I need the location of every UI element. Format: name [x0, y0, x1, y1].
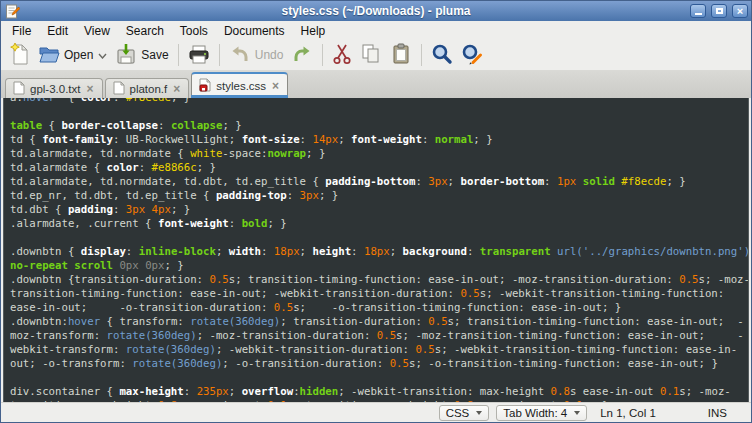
- menu-tools[interactable]: Tools: [172, 23, 216, 39]
- code-line: td.alarmdate { color: #e8866c; }: [10, 161, 748, 175]
- tab-width-value: Tab Width: 4: [503, 407, 567, 419]
- copy-icon: [360, 43, 382, 68]
- tab-label: gpl-3.0.txt: [30, 83, 81, 95]
- open-button[interactable]: Open: [34, 41, 111, 70]
- tab-platon.f[interactable]: platon.f×: [105, 78, 190, 98]
- title-bar: styles.css (~/Downloads) - pluma ×: [1, 1, 751, 21]
- code-line: td { font-family: UB-RockwellLight; font…: [10, 133, 748, 147]
- toolbar-separator: [219, 44, 220, 66]
- tab-close-icon[interactable]: ×: [86, 83, 95, 95]
- code-line: ease-in-out; -o-transition-duration: 0.5…: [10, 301, 748, 315]
- dropdown-icon[interactable]: [98, 48, 107, 62]
- tab-styles.css[interactable]: styles.css×: [191, 72, 288, 98]
- toolbar: OpenSaveUndo: [1, 40, 751, 71]
- text-editor-area[interactable]: a:hover { color: #f8ecde; } table { bord…: [3, 98, 749, 402]
- print-button[interactable]: [184, 41, 214, 70]
- menu-file[interactable]: File: [4, 23, 39, 39]
- menu-help[interactable]: Help: [293, 23, 334, 39]
- code-line: .downbtn:hover { transform: rotate(360de…: [10, 315, 748, 329]
- cursor-position: Ln 1, Col 1: [600, 407, 656, 419]
- code-line: .downbtn { display: inline-block; width:…: [10, 245, 748, 259]
- menu-edit[interactable]: Edit: [39, 23, 76, 39]
- menu-search[interactable]: Search: [118, 23, 172, 39]
- code-line: webkit-transform: rotate(360deg); -webki…: [10, 343, 748, 357]
- paste-icon: [390, 43, 412, 68]
- save-button-label: Save: [141, 48, 168, 62]
- language-selector-value: CSS: [446, 407, 470, 419]
- document-icon: [13, 81, 25, 97]
- maximize-button[interactable]: [711, 4, 727, 18]
- code-line: transition-timing-function: ease-in-out;…: [10, 287, 748, 301]
- tab-bar: gpl-3.0.txt×platon.f×styles.css×: [1, 71, 751, 98]
- find-icon: [431, 43, 453, 68]
- code-line: td.ep_nr, td.dbt, td.ep_title { padding-…: [10, 189, 748, 203]
- minimize-icon: [695, 13, 702, 15]
- redo-icon: [291, 43, 313, 68]
- minimize-button[interactable]: [690, 4, 706, 18]
- print-icon: [188, 43, 210, 68]
- code-line: a:hover { color: #f8ecde; }: [10, 98, 748, 105]
- code-line: td.alarmdate, td.normdate { white-space:…: [10, 147, 748, 161]
- tab-label: styles.css: [216, 80, 266, 92]
- undo-icon: [229, 43, 251, 68]
- menu-bar: FileEditViewSearchToolsDocumentsHelp: [1, 21, 751, 40]
- pluma-app-icon: [5, 4, 20, 19]
- code-line: moz-transform: rotate(360deg); -moz-tran…: [10, 329, 748, 343]
- paste-button[interactable]: [386, 41, 416, 70]
- undo-button-label: Undo: [255, 48, 284, 62]
- tab-gpl-3.0.txt[interactable]: gpl-3.0.txt×: [5, 78, 103, 98]
- toolbar-separator: [322, 44, 323, 66]
- open-button-label: Open: [64, 48, 93, 62]
- tab-close-icon[interactable]: ×: [172, 83, 181, 95]
- code-content: a:hover { color: #f8ecde; } table { bord…: [10, 98, 748, 402]
- status-bar: CSS Tab Width: 4 Ln 1, Col 1 INS: [1, 402, 751, 422]
- maximize-icon: [716, 8, 723, 14]
- code-line: td.dbt { padding: 3px 4px; }: [10, 203, 748, 217]
- code-line: [10, 105, 748, 119]
- menu-view[interactable]: View: [76, 23, 118, 39]
- code-line: .alarmdate, .current { font-weight: bold…: [10, 217, 748, 231]
- cut-icon: [332, 43, 352, 68]
- save-icon: [115, 43, 137, 68]
- tab-close-icon[interactable]: ×: [271, 80, 280, 92]
- find-button[interactable]: [427, 41, 457, 70]
- code-line: out; -o-transform: rotate(360deg); -o-tr…: [10, 357, 748, 371]
- chevron-down-icon: [574, 411, 580, 415]
- window-title: styles.css (~/Downloads) - pluma: [1, 4, 751, 18]
- code-line: transition: max-height 0.8s ease-in-out …: [10, 399, 748, 402]
- code-line: .downbtn {transition-duration: 0.5s; tra…: [10, 273, 748, 287]
- redo-button[interactable]: [287, 41, 317, 70]
- new-document-icon: [10, 43, 30, 68]
- insert-mode-indicator: INS: [708, 407, 727, 419]
- close-button[interactable]: ×: [732, 4, 748, 18]
- code-line: td.alarmdate, td.normdate, td.dbt, td.ep…: [10, 175, 748, 189]
- save-button[interactable]: Save: [111, 41, 172, 70]
- code-line: div.scontainer { max-height: 235px; over…: [10, 385, 748, 399]
- cut-button[interactable]: [328, 41, 356, 70]
- pluma-window: styles.css (~/Downloads) - pluma × FileE…: [0, 0, 752, 423]
- code-line: [10, 371, 748, 385]
- toolbar-separator: [421, 44, 422, 66]
- code-line: no-repeat scroll 0px 0px; }: [10, 259, 748, 273]
- close-icon: ×: [737, 6, 743, 17]
- undo-button[interactable]: Undo: [225, 41, 288, 70]
- open-folder-icon: [38, 43, 60, 68]
- language-selector[interactable]: CSS: [439, 405, 490, 421]
- copy-button[interactable]: [356, 41, 386, 70]
- replace-button[interactable]: [457, 41, 487, 70]
- code-line: [10, 231, 748, 245]
- document-icon: [113, 81, 125, 97]
- replace-icon: [461, 43, 483, 68]
- code-line: table { border-collapse: collapse; }: [10, 119, 748, 133]
- tab-width-selector[interactable]: Tab Width: 4: [496, 405, 587, 421]
- new-button[interactable]: [6, 41, 34, 70]
- menu-documents[interactable]: Documents: [216, 23, 293, 39]
- toolbar-separator: [178, 44, 179, 66]
- document-modified-icon: [199, 78, 211, 94]
- chevron-down-icon: [476, 411, 482, 415]
- tab-label: platon.f: [130, 83, 168, 95]
